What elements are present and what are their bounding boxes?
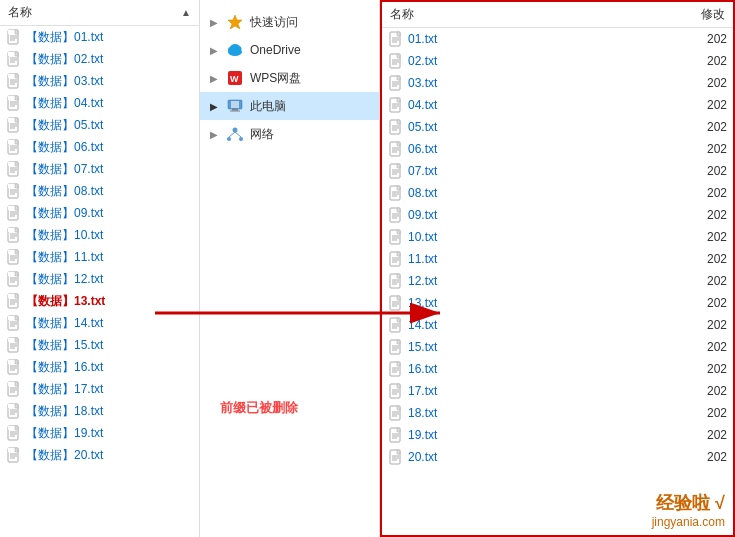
svg-rect-85 <box>8 338 15 342</box>
right-file-name: 10.txt <box>408 230 437 244</box>
left-file-item[interactable]: 【数据】02.txt <box>0 48 199 70</box>
nav-item-OneDrive[interactable]: ▶OneDrive <box>200 36 379 64</box>
file-icon <box>388 163 404 179</box>
svg-marker-152 <box>397 98 400 102</box>
right-file-item[interactable]: 16.txt202 <box>382 358 733 380</box>
file-icon <box>6 205 22 221</box>
svg-rect-128 <box>231 101 239 108</box>
left-file-item[interactable]: 【数据】20.txt <box>0 444 199 466</box>
right-file-name: 16.txt <box>408 362 437 376</box>
file-icon <box>6 271 22 287</box>
right-file-item[interactable]: 18.txt202 <box>382 402 733 424</box>
file-icon <box>388 75 404 91</box>
right-file-item[interactable]: 01.txt202 <box>382 28 733 50</box>
left-file-item[interactable]: 【数据】09.txt <box>0 202 199 224</box>
svg-marker-177 <box>397 208 400 212</box>
left-file-item[interactable]: 【数据】16.txt <box>0 356 199 378</box>
svg-marker-26 <box>15 118 18 122</box>
middle-panel: ▶快速访问▶OneDrive▶WWPS网盘▶此电脑▶网络 前缀已被删除 <box>200 0 380 537</box>
right-file-item[interactable]: 13.txt202 <box>382 292 733 314</box>
svg-marker-32 <box>15 140 18 144</box>
right-file-item[interactable]: 09.txt202 <box>382 204 733 226</box>
left-panel: 名称 ▲ 【数据】01.txt 【数据】02.txt 【数据】03.txt <box>0 0 200 537</box>
left-file-item[interactable]: 【数据】11.txt <box>0 246 199 268</box>
right-file-item[interactable]: 15.txt202 <box>382 336 733 358</box>
svg-marker-68 <box>15 272 18 276</box>
svg-marker-192 <box>397 274 400 278</box>
right-header-name: 名称 <box>390 6 414 23</box>
left-file-item[interactable]: 【数据】05.txt <box>0 114 199 136</box>
nav-item-此电脑[interactable]: ▶此电脑 <box>200 92 379 120</box>
right-file-item[interactable]: 10.txt202 <box>382 226 733 248</box>
left-file-item[interactable]: 【数据】06.txt <box>0 136 199 158</box>
right-file-item[interactable]: 07.txt202 <box>382 160 733 182</box>
left-file-name: 【数据】11.txt <box>26 249 103 266</box>
right-header-date: 修改 <box>701 6 725 23</box>
file-icon <box>388 383 404 399</box>
right-file-date: 202 <box>707 318 727 332</box>
right-file-name: 03.txt <box>408 76 437 90</box>
svg-marker-142 <box>397 54 400 58</box>
left-file-item[interactable]: 【数据】18.txt <box>0 400 199 422</box>
left-file-item[interactable]: 【数据】19.txt <box>0 422 199 444</box>
right-file-name: 08.txt <box>408 186 437 200</box>
right-file-item[interactable]: 12.txt202 <box>382 270 733 292</box>
svg-rect-13 <box>8 74 15 78</box>
left-file-item[interactable]: 【数据】14.txt <box>0 312 199 334</box>
right-file-name: 15.txt <box>408 340 437 354</box>
file-icon <box>388 295 404 311</box>
nav-item-WPS网盘[interactable]: ▶WWPS网盘 <box>200 64 379 92</box>
left-file-item[interactable]: 【数据】13.txt <box>0 290 199 312</box>
right-file-item[interactable]: 02.txt202 <box>382 50 733 72</box>
file-icon <box>6 315 22 331</box>
nav-item-快速访问[interactable]: ▶快速访问 <box>200 8 379 36</box>
svg-marker-98 <box>15 382 18 386</box>
svg-marker-167 <box>397 164 400 168</box>
file-icon <box>6 73 22 89</box>
right-file-item[interactable]: 14.txt202 <box>382 314 733 336</box>
left-file-item[interactable]: 【数据】04.txt <box>0 92 199 114</box>
right-file-item[interactable]: 05.txt202 <box>382 116 733 138</box>
right-file-item[interactable]: 06.txt202 <box>382 138 733 160</box>
file-icon <box>388 449 404 465</box>
nav-item-网络[interactable]: ▶网络 <box>200 120 379 148</box>
file-icon <box>6 183 22 199</box>
right-file-item[interactable]: 20.txt202 <box>382 446 733 468</box>
svg-rect-37 <box>8 162 15 166</box>
left-file-item[interactable]: 【数据】17.txt <box>0 378 199 400</box>
right-file-item[interactable]: 03.txt202 <box>382 72 733 94</box>
svg-point-131 <box>233 128 238 133</box>
file-icon <box>388 185 404 201</box>
left-file-item[interactable]: 【数据】03.txt <box>0 70 199 92</box>
cloud-icon <box>226 41 244 59</box>
right-file-item[interactable]: 08.txt202 <box>382 182 733 204</box>
file-icon <box>388 251 404 267</box>
right-file-name: 06.txt <box>408 142 437 156</box>
left-file-item[interactable]: 【数据】15.txt <box>0 334 199 356</box>
right-file-item[interactable]: 11.txt202 <box>382 248 733 270</box>
left-file-name: 【数据】01.txt <box>26 29 103 46</box>
right-panel: 名称 修改 01.txt202 02.txt202 03.txt202 <box>380 0 735 537</box>
left-file-item[interactable]: 【数据】08.txt <box>0 180 199 202</box>
left-file-name: 【数据】12.txt <box>26 271 103 288</box>
svg-rect-1 <box>8 30 15 34</box>
file-icon <box>6 117 22 133</box>
star-icon <box>226 13 244 31</box>
left-file-item[interactable]: 【数据】01.txt <box>0 26 199 48</box>
svg-marker-182 <box>397 230 400 234</box>
left-file-name: 【数据】15.txt <box>26 337 103 354</box>
left-file-item[interactable]: 【数据】10.txt <box>0 224 199 246</box>
expand-arrow-icon: ▶ <box>210 17 224 28</box>
svg-marker-222 <box>397 406 400 410</box>
right-file-item[interactable]: 17.txt202 <box>382 380 733 402</box>
file-icon <box>388 427 404 443</box>
left-file-item[interactable]: 【数据】12.txt <box>0 268 199 290</box>
svg-marker-116 <box>15 448 18 452</box>
left-file-name: 【数据】14.txt <box>26 315 103 332</box>
left-file-item[interactable]: 【数据】07.txt <box>0 158 199 180</box>
right-file-item[interactable]: 19.txt202 <box>382 424 733 446</box>
file-icon <box>388 273 404 289</box>
right-file-item[interactable]: 04.txt202 <box>382 94 733 116</box>
right-files-list: 01.txt202 02.txt202 03.txt202 04.txt202 … <box>382 28 733 468</box>
right-file-date: 202 <box>707 406 727 420</box>
